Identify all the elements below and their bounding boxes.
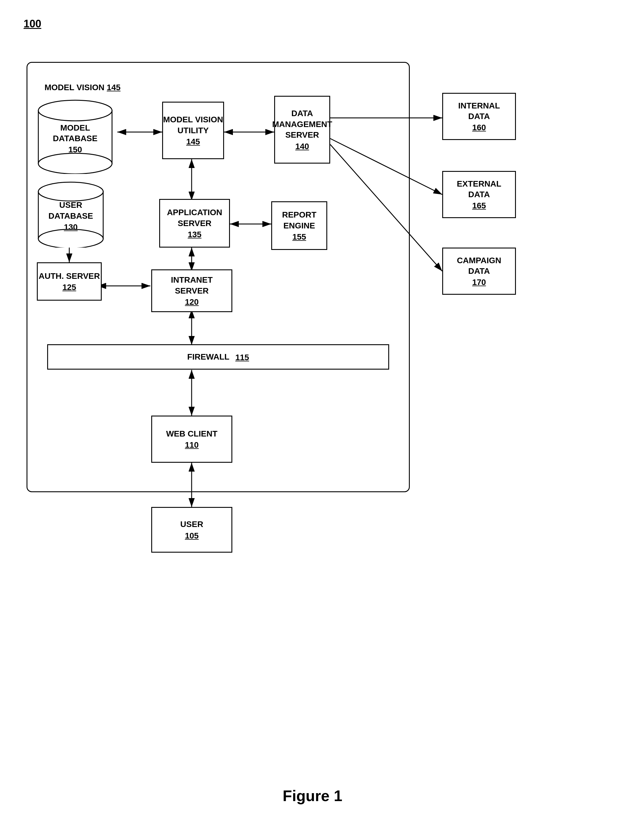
web-client-number: 110 <box>185 440 199 450</box>
model-database-number: 150 <box>68 145 82 154</box>
report-engine: REPORTENGINE 155 <box>271 201 327 250</box>
user: USER 105 <box>151 507 232 553</box>
auth-server-label: AUTH. SERVER <box>39 271 100 281</box>
external-data-label: EXTERNALDATA <box>457 179 501 200</box>
auth-server: AUTH. SERVER 125 <box>37 262 102 301</box>
web-client-label: WEB CLIENT <box>166 429 217 439</box>
auth-server-number: 125 <box>62 283 76 292</box>
web-client: WEB CLIENT 110 <box>151 416 232 463</box>
svg-point-22 <box>38 229 103 248</box>
model-vision-utility: MODEL VISIONUTILITY 145 <box>162 102 224 159</box>
external-data: EXTERNALDATA 165 <box>442 171 516 218</box>
firewall: FIREWALL 115 <box>47 344 389 370</box>
application-server-number: 135 <box>188 230 202 239</box>
user-label: USER <box>180 519 204 529</box>
data-management-server-label: DATAMANAGEMENTSERVER <box>272 108 332 140</box>
intranet-server-label: INTRANETSERVER <box>171 275 213 296</box>
firewall-number: 115 <box>235 353 249 362</box>
campaign-data: CAMPAIGNDATA 170 <box>442 248 516 295</box>
figure-label: Figure 1 <box>283 787 342 804</box>
user-database-number: 130 <box>64 222 78 232</box>
intranet-server: INTRANETSERVER 120 <box>151 269 232 312</box>
intranet-server-number: 120 <box>185 297 199 307</box>
application-server: APPLICATIONSERVER 135 <box>159 199 230 248</box>
firewall-label: FIREWALL <box>187 352 229 362</box>
model-database-label: MODELDATABASE <box>53 123 97 144</box>
model-vision-utility-label: MODEL VISIONUTILITY <box>163 114 223 136</box>
data-management-server: DATAMANAGEMENTSERVER 140 <box>274 96 330 164</box>
campaign-data-number: 170 <box>472 278 486 287</box>
campaign-data-label: CAMPAIGNDATA <box>457 255 501 277</box>
svg-point-18 <box>38 100 112 121</box>
diagram: MODEL VISION 145 <box>18 38 607 790</box>
page-number: 100 <box>23 18 41 30</box>
user-database: USERDATABASE 130 <box>36 180 106 248</box>
internal-data-label: INTERNALDATA <box>458 101 500 122</box>
user-number: 105 <box>185 531 199 540</box>
svg-point-19 <box>38 153 112 174</box>
model-vision-label: MODEL VISION 145 <box>42 83 123 92</box>
model-database: MODELDATABASE 150 <box>36 97 115 174</box>
svg-point-21 <box>38 182 103 201</box>
external-data-number: 165 <box>472 201 486 210</box>
model-vision-utility-number: 145 <box>186 137 200 146</box>
user-database-label: USERDATABASE <box>48 200 93 221</box>
report-engine-label: REPORTENGINE <box>282 210 317 231</box>
internal-data: INTERNALDATA 160 <box>442 93 516 140</box>
application-server-label: APPLICATIONSERVER <box>167 207 222 229</box>
data-management-server-number: 140 <box>295 142 309 151</box>
report-engine-number: 155 <box>292 232 306 242</box>
internal-data-number: 160 <box>472 123 486 132</box>
